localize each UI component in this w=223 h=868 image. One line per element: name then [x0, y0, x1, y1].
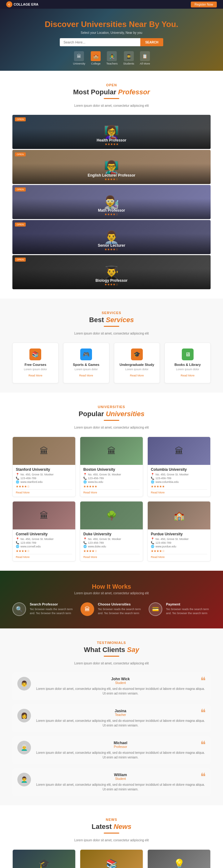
- duke-read-more[interactable]: Read More: [83, 554, 140, 559]
- hero-icon-teachers[interactable]: 👨‍🏫 Teachers: [106, 51, 118, 65]
- professor-card-4[interactable]: 👨‍💼 OPEN Senior Lecturer ★★★★☆: [12, 220, 211, 254]
- service-name-2: Sports & Games: [67, 363, 105, 367]
- news-card-3[interactable]: 💡 TIPS Few tips for get better results i…: [147, 849, 211, 868]
- stanford-info: Stanford University 📍No. 450, Grove St. …: [13, 465, 75, 497]
- testimonial-avatar-1: 👨: [17, 677, 31, 690]
- prof-badge-1: OPEN: [15, 117, 26, 121]
- students-icon: 👨‍🎓: [124, 51, 134, 61]
- prof-badge-5: OPEN: [15, 257, 26, 261]
- prof-info-3: Math Professor ★★★★☆: [98, 208, 125, 216]
- university-card-purdue[interactable]: 🏫 Purdue University 📍No. 450, Grove St. …: [147, 501, 211, 561]
- duke-detail-3: 🌐www.duke.edu: [83, 545, 140, 548]
- hero-icon-college[interactable]: 🏫 College: [91, 51, 101, 65]
- service-card-2[interactable]: 🎮 Sports & Games Lorem ipsum dolor Read …: [63, 343, 109, 383]
- hero-search-bar: SEARCH: [0, 38, 223, 46]
- cornell-detail-3: 🌐www.cornell.edu: [16, 545, 72, 548]
- university-card-columbia[interactable]: 🏛 Columbia University 📍No. 450, Grove St…: [147, 437, 211, 497]
- college-icon: 🏫: [91, 51, 101, 61]
- testimonial-content-3: Michael Professor Lorem ipsum dolor sit …: [35, 741, 206, 760]
- testimonials-label: TESTIMONIALS: [12, 641, 211, 645]
- hero-icon-students[interactable]: 👨‍🎓 Students: [123, 51, 135, 65]
- boston-detail-2: 📞123-456-789: [83, 477, 140, 480]
- stanford-detail-2: 📞123-456-789: [16, 477, 72, 480]
- purdue-read-more[interactable]: Read More: [151, 554, 207, 559]
- professor-card-3[interactable]: 👨‍🔬 OPEN Math Professor ★★★★☆: [12, 185, 211, 219]
- service-desc-3: Lorem ipsum dolor: [118, 368, 156, 371]
- news-section: NEWS Latest News Lorem ipsum dolor sit a…: [0, 805, 223, 868]
- top-bar: C COLLAGE ERA Register Now: [0, 0, 223, 9]
- teachers-icon: 👨‍🏫: [107, 51, 117, 61]
- prof-info-4: Senior Lecturer ★★★★☆: [98, 243, 125, 251]
- university-card-duke[interactable]: 🌳 Duke University 📍No. 450, Grove St. Mo…: [80, 501, 143, 561]
- purdue-detail-3: 🌐www.purdue.edu: [151, 545, 207, 548]
- logo: C COLLAGE ERA: [6, 1, 38, 7]
- professor-card-5[interactable]: 👨‍🎓 OPEN Biology Professor ★★★★☆: [12, 255, 211, 289]
- cornell-read-more[interactable]: Read More: [16, 554, 72, 559]
- quote-icon-4: ❝: [200, 772, 206, 781]
- more-icon: 📋: [140, 51, 150, 61]
- news-subtitle: Lorem ipsum dolor sit amet, consectetur …: [49, 839, 174, 842]
- boston-img: 🏛: [80, 437, 143, 465]
- service-card-4[interactable]: 🖥 Books & Library Lorem ipsum dolor Read…: [164, 343, 211, 383]
- hero-icon-university[interactable]: 🏛 University: [73, 51, 85, 65]
- universities-underline: [104, 420, 119, 421]
- university-card-cornell[interactable]: 🏛 Cornell University 📍No. 450, Grove St.…: [12, 501, 76, 561]
- service-link-2[interactable]: Read More: [79, 374, 93, 377]
- search-professor-icon: 🔍: [12, 602, 26, 616]
- news-title: Latest News: [12, 823, 211, 831]
- professors-label: OPEN: [12, 83, 211, 87]
- hero-category-icons: 🏛 University 🏫 College 👨‍🏫 Teachers 👨‍🎓 …: [0, 51, 223, 65]
- boston-info: Boston University 📍No. 450, Grove St. Mo…: [80, 465, 143, 497]
- testimonial-avatar-3: 👨‍🦳: [17, 741, 31, 754]
- quote-icon-3: ❝: [200, 740, 206, 749]
- service-name-3: Undergraduate Study: [118, 363, 156, 367]
- prof-badge-2: OPEN: [15, 152, 26, 156]
- hero-search-input[interactable]: [60, 38, 140, 46]
- logo-text: COLLAGE ERA: [14, 2, 38, 6]
- professors-subtitle: Lorem ipsum dolor sit amet, consectetur …: [49, 104, 174, 107]
- stanford-read-more[interactable]: Read More: [16, 489, 72, 494]
- cornell-detail-1: 📍No. 450, Grove St. Mooker: [16, 537, 72, 540]
- professor-card-1[interactable]: 👩‍🏫 OPEN Health Professor ★★★★★: [12, 115, 211, 149]
- news-card-1[interactable]: 🎓 EDU Best Education Tips You Will Read …: [12, 849, 76, 868]
- service-link-3[interactable]: Read More: [130, 374, 144, 377]
- universities-grid: 🏛 Stanford University 📍No. 450, Grove St…: [12, 437, 211, 561]
- professors-section: OPEN Most Popular Professor Lorem ipsum …: [0, 71, 223, 299]
- columbia-img: 🏛: [148, 437, 210, 465]
- purdue-detail-1: 📍No. 450, Grove St. Mooker: [151, 537, 207, 540]
- how-step-text-3: Payment Tec browser reads the search ter…: [166, 602, 211, 615]
- hero-icon-more[interactable]: 📋 All More: [140, 51, 150, 65]
- service-card-1[interactable]: 📚 Free Courses Lorem ipsum dolor Read Mo…: [12, 343, 59, 383]
- duke-detail-1: 📍No. 450, Grove St. Mooker: [83, 537, 140, 540]
- logo-icon: C: [6, 1, 12, 7]
- testimonials-title: What Clients Say: [12, 646, 211, 654]
- service-card-3[interactable]: 🎓 Undergraduate Study Lorem ipsum dolor …: [114, 343, 160, 383]
- professors-title: Most Popular Professor: [12, 88, 211, 96]
- hero-section: Discover Universities Near By You. Selec…: [0, 9, 223, 71]
- professor-card-2[interactable]: 👨‍🏫 OPEN English Lecturer Professor ★★★★…: [12, 150, 211, 184]
- register-button[interactable]: Register Now: [191, 2, 217, 7]
- news-card-2[interactable]: 📚 EXAM How to Stay Motivated During Exam…: [80, 849, 143, 868]
- university-card-boston[interactable]: 🏛 Boston University 📍No. 450, Grove St. …: [80, 437, 143, 497]
- how-step-1: 🔍 Search Professor Tec browser reads the…: [12, 602, 74, 616]
- prof-info-2: English Lecturer Professor ★★★★☆: [88, 173, 135, 181]
- university-card-stanford[interactable]: 🏛 Stanford University 📍No. 450, Grove St…: [12, 437, 76, 497]
- service-name-4: Books & Library: [169, 363, 207, 367]
- undergrad-study-icon: 🎓: [131, 348, 143, 360]
- news-img-2: 📚 EXAM: [80, 850, 143, 868]
- professors-list: 👩‍🏫 OPEN Health Professor ★★★★★ 👨‍🏫 OPEN…: [12, 115, 211, 289]
- how-step-2: 🏛 Choose Universities Tec browser reads …: [80, 602, 143, 616]
- purdue-img: 🏫: [148, 501, 210, 529]
- columbia-read-more[interactable]: Read More: [151, 489, 207, 494]
- stanford-img: 🏛: [13, 437, 75, 465]
- service-link-1[interactable]: Read More: [29, 374, 42, 377]
- service-link-4[interactable]: Read More: [181, 374, 194, 377]
- service-name-1: Free Courses: [16, 363, 54, 367]
- testimonials-underline: [104, 656, 119, 657]
- hero-title: Discover Universities Near By You.: [0, 20, 223, 29]
- boston-read-more[interactable]: Read More: [83, 489, 140, 494]
- hero-subtitle: Select your Location, University, Near b…: [0, 31, 223, 34]
- hero-search-button[interactable]: SEARCH: [140, 38, 163, 46]
- testimonial-avatar-4: 👨‍🦱: [17, 773, 31, 786]
- testimonials-section: TESTIMONIALS What Clients Say Lorem ipsu…: [0, 628, 223, 805]
